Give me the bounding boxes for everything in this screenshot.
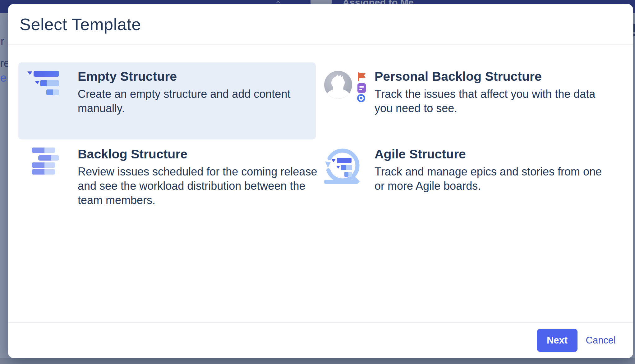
personal-backlog-icon	[324, 71, 369, 103]
background-left-strip: r re e	[0, 13, 8, 358]
template-grid: Empty Structure Create an empty structur…	[18, 62, 617, 217]
template-description: Create an empty structure and add conten…	[78, 87, 342, 116]
template-description: Track and manage epics and stories from …	[375, 165, 635, 193]
dialog-header: Select Template	[8, 4, 633, 45]
structure-tree-icon	[27, 71, 59, 95]
bg-exclamation-dot-fragment	[633, 34, 635, 36]
background-bottom-strip	[0, 358, 635, 364]
template-title: Agile Structure	[375, 147, 617, 162]
epic-icon	[357, 83, 366, 93]
bg-text-fragment: r	[1, 35, 4, 48]
template-card-backlog-structure[interactable]: Backlog Structure Review issues schedule…	[18, 140, 316, 217]
agile-sprint-cycle-icon	[323, 148, 362, 186]
template-description: Track the issues that affect you with th…	[375, 87, 635, 116]
template-title: Empty Structure	[78, 69, 316, 84]
avatar-icon	[324, 71, 352, 99]
template-title: Personal Backlog Structure	[375, 69, 617, 84]
template-card-empty-structure[interactable]: Empty Structure Create an empty structur…	[18, 62, 316, 139]
flag-icon	[358, 72, 366, 81]
dialog-title: Select Template	[20, 15, 141, 34]
screen: ⌃ ••• Assigned to Me r re e Select Templ…	[0, 0, 635, 364]
bg-text-fragment: re	[0, 57, 8, 70]
select-template-dialog: Select Template Empty Structure Create a…	[8, 4, 633, 358]
template-title: Backlog Structure	[78, 147, 316, 162]
backlog-bars-icon	[32, 148, 59, 175]
eye-icon	[357, 94, 366, 102]
dialog-footer: Next Cancel	[8, 322, 633, 358]
template-card-personal-backlog-structure[interactable]: Personal Backlog Structure Track the iss…	[319, 62, 617, 139]
nav-button-fragment	[311, 0, 332, 4]
template-description: Review issues scheduled for the coming r…	[78, 165, 342, 207]
template-card-agile-structure[interactable]: Agile Structure Track and manage epics a…	[319, 140, 617, 217]
cancel-link[interactable]: Cancel	[586, 335, 616, 346]
bg-link-fragment: e	[0, 71, 7, 84]
bg-exclamation-fragment	[633, 24, 635, 32]
next-button[interactable]: Next	[537, 329, 577, 352]
